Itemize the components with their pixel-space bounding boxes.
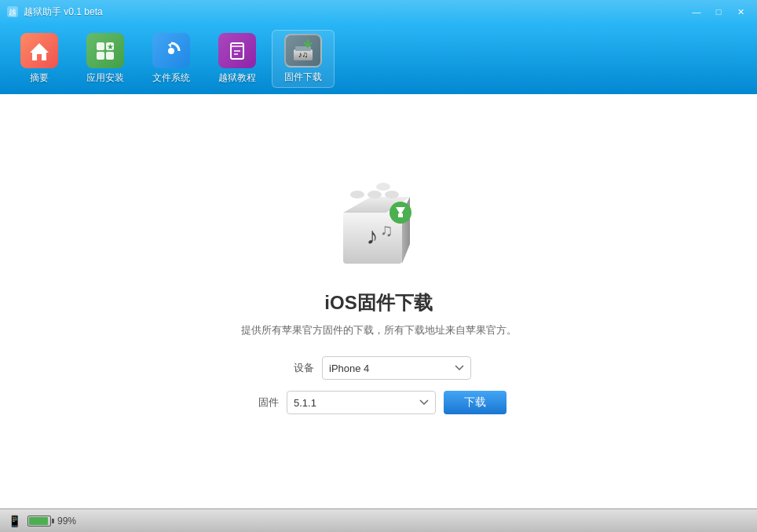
download-icon: ♪♫ xyxy=(284,34,322,67)
device-select[interactable]: iPhone 4 iPhone 3GS iPhone 3G iPad iPad … xyxy=(322,356,471,380)
minimize-button[interactable]: — xyxy=(686,4,707,20)
title-bar-left: 越 越狱助手 v0.1 beta xyxy=(6,5,103,19)
svg-text:♪♫: ♪♫ xyxy=(298,50,309,59)
toolbar-item-download[interactable]: ♪♫ 固件下载 xyxy=(272,30,335,88)
title-bar: 越 越狱助手 v0.1 beta — □ ✕ xyxy=(0,0,757,24)
battery-fill xyxy=(29,517,48,525)
jailbreak-icon xyxy=(218,33,256,68)
svg-point-21 xyxy=(368,191,382,199)
toolbar-label-files: 文件系统 xyxy=(152,71,190,85)
page-title: iOS固件下载 xyxy=(324,290,432,315)
svg-text:★: ★ xyxy=(107,42,114,51)
toolbar: 摘要 ★ 应用安装 文件系统 xyxy=(0,24,757,94)
svg-marker-2 xyxy=(30,43,49,60)
itunes-box-icon: ♪ ♫ xyxy=(327,177,430,271)
toolbar-item-apps[interactable]: ★ 应用安装 xyxy=(74,30,137,88)
toolbar-label-home: 摘要 xyxy=(30,71,49,85)
toolbar-item-jailbreak[interactable]: 越狱教程 xyxy=(206,30,269,88)
firmware-row: 固件 5.1.1 5.1 5.0.1 5.0 4.3.5 下载 xyxy=(251,391,506,414)
toolbar-label-download: 固件下载 xyxy=(284,71,322,84)
svg-point-20 xyxy=(350,191,364,199)
device-label: 设备 xyxy=(286,361,314,375)
maximize-button[interactable]: □ xyxy=(708,4,729,20)
close-button[interactable]: ✕ xyxy=(730,4,751,20)
toolbar-item-home[interactable]: 摘要 xyxy=(8,30,71,88)
battery-percent: 99% xyxy=(57,516,76,527)
files-svg xyxy=(160,40,182,62)
toolbar-item-files[interactable]: 文件系统 xyxy=(140,30,203,88)
itunes-box-container: ♪ ♫ xyxy=(327,177,430,275)
svg-point-8 xyxy=(168,48,174,54)
files-icon xyxy=(152,33,190,68)
svg-point-23 xyxy=(376,183,390,191)
svg-text:♫: ♫ xyxy=(380,220,393,240)
home-svg xyxy=(28,40,50,62)
svg-rect-3 xyxy=(97,42,104,50)
apps-svg: ★ xyxy=(94,40,116,62)
download-svg: ♪♫ xyxy=(291,38,316,64)
apps-icon: ★ xyxy=(86,33,124,68)
svg-rect-28 xyxy=(398,213,403,217)
firmware-label: 固件 xyxy=(251,395,279,410)
toolbar-label-apps: 应用安装 xyxy=(86,71,124,85)
svg-point-22 xyxy=(385,191,399,199)
toolbar-label-jailbreak: 越狱教程 xyxy=(218,71,256,85)
title-bar-controls: — □ ✕ xyxy=(686,4,751,20)
app-icon: 越 xyxy=(6,5,19,18)
page-description: 提供所有苹果官方固件的下载，所有下载地址来自苹果官方。 xyxy=(241,323,517,337)
firmware-select[interactable]: 5.1.1 5.1 5.0.1 5.0 4.3.5 xyxy=(287,391,436,414)
phone-icon: 📱 xyxy=(8,515,21,527)
main-content: ♪ ♫ iOS固件下载 提供所有苹果官 xyxy=(0,94,757,508)
svg-rect-6 xyxy=(106,52,114,60)
home-icon xyxy=(20,33,58,68)
status-bar: 📱 99% xyxy=(0,508,757,532)
device-row: 设备 iPhone 4 iPhone 3GS iPhone 3G iPad iP… xyxy=(286,356,471,380)
jailbreak-svg xyxy=(226,40,248,62)
download-button[interactable]: 下载 xyxy=(444,391,506,414)
svg-text:♪: ♪ xyxy=(367,223,378,249)
battery-bar xyxy=(27,516,51,527)
title-bar-text: 越狱助手 v0.1 beta xyxy=(24,5,103,19)
svg-text:越: 越 xyxy=(9,8,16,16)
svg-rect-5 xyxy=(97,52,104,60)
